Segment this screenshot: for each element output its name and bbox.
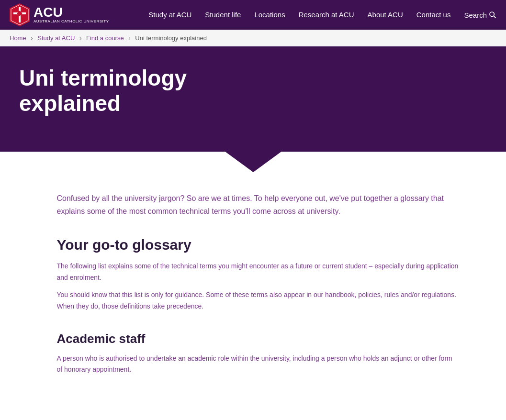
- nav-link-study[interactable]: Study at ACU: [148, 11, 191, 19]
- term-title: Academic staff: [57, 332, 459, 346]
- svg-line-6: [494, 16, 495, 18]
- glossary-sub2: You should know that this list is only f…: [57, 289, 459, 312]
- nav-item-student-life[interactable]: Student life: [205, 11, 241, 19]
- nav-link-locations[interactable]: Locations: [254, 11, 285, 19]
- hero-section: Uni terminology explained: [0, 46, 506, 152]
- academic-staff-section: Academic staff A person who is authorise…: [57, 332, 459, 376]
- content-wrapper: Confused by all the university jargon? S…: [38, 173, 469, 395]
- nav-item-search[interactable]: Search: [464, 11, 496, 19]
- breadcrumb-home[interactable]: Home: [10, 34, 26, 42]
- breadcrumb-sep-1: ›: [31, 34, 33, 42]
- breadcrumb-study[interactable]: Study at ACU: [37, 34, 75, 42]
- acu-logo-icon: [10, 3, 30, 26]
- glossary-title: Your go-to glossary: [57, 237, 459, 253]
- breadcrumb-sep-2: ›: [79, 34, 81, 42]
- nav-item-study[interactable]: Study at ACU: [148, 11, 191, 19]
- main-nav: ACU Australian Catholic University Study…: [0, 0, 506, 30]
- logo-subtitle-text: Australian Catholic University: [34, 19, 109, 24]
- hero-chevron-icon: [225, 151, 282, 172]
- page-title: Uni terminology explained: [10, 66, 249, 116]
- breadcrumb-sep-3: ›: [128, 34, 130, 42]
- glossary-sub1: The following list explains some of the …: [57, 261, 459, 284]
- term-description: A person who is authorised to undertake …: [57, 353, 459, 376]
- search-icon: [489, 11, 496, 19]
- nav-link-research[interactable]: Research at ACU: [299, 11, 354, 19]
- breadcrumb: Home › Study at ACU › Find a course › Un…: [0, 30, 506, 46]
- logo-acu-text: ACU: [34, 6, 109, 19]
- main-content: Confused by all the university jargon? S…: [0, 173, 506, 395]
- nav-link-search[interactable]: Search: [464, 11, 496, 19]
- nav-item-locations[interactable]: Locations: [254, 11, 285, 19]
- nav-link-contact[interactable]: Contact us: [416, 11, 451, 19]
- nav-link-about[interactable]: About ACU: [368, 11, 403, 19]
- logo[interactable]: ACU Australian Catholic University: [10, 3, 109, 26]
- nav-item-research[interactable]: Research at ACU: [299, 11, 354, 19]
- intro-paragraph: Confused by all the university jargon? S…: [57, 192, 459, 218]
- svg-point-5: [490, 12, 494, 16]
- breadcrumb-find-course[interactable]: Find a course: [86, 34, 124, 42]
- nav-links-list: Study at ACU Student life Locations Rese…: [148, 11, 496, 19]
- svg-marker-7: [225, 151, 282, 172]
- breadcrumb-current: Uni terminology explained: [135, 34, 207, 42]
- nav-item-contact[interactable]: Contact us: [416, 11, 451, 19]
- hero-content: Uni terminology explained: [0, 46, 506, 152]
- nav-item-about[interactable]: About ACU: [368, 11, 403, 19]
- glossary-section: Your go-to glossary The following list e…: [57, 237, 459, 312]
- nav-link-student-life[interactable]: Student life: [205, 11, 241, 19]
